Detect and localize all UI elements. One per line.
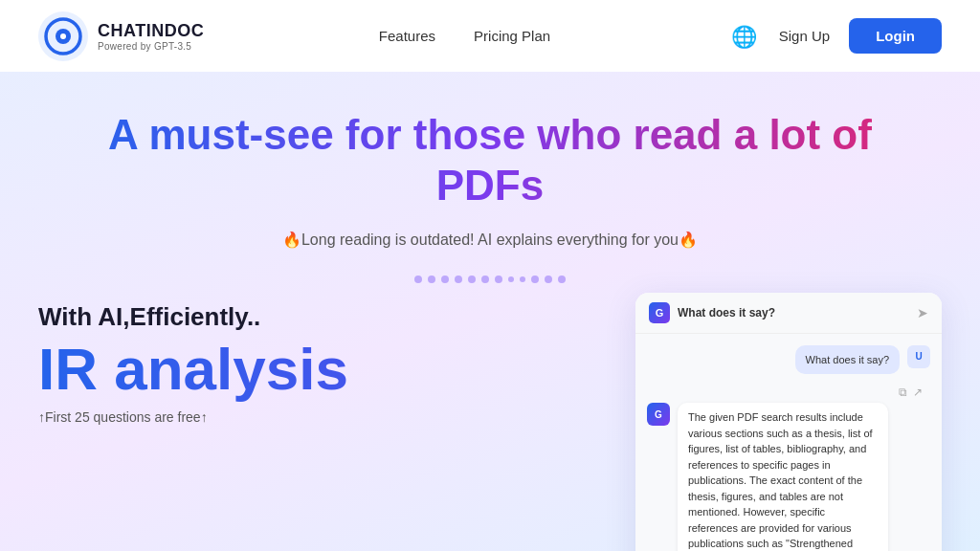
dot-5 bbox=[468, 276, 476, 283]
nav-links: Features Pricing Plan bbox=[379, 28, 550, 44]
dot-11 bbox=[545, 276, 552, 283]
dot-10 bbox=[531, 276, 539, 283]
dot-4 bbox=[455, 276, 462, 283]
chat-messages: What does it say? U ⧉ ↗ G The given PDF … bbox=[635, 334, 942, 551]
chat-header-title: What does it say? bbox=[678, 306, 775, 320]
nav-pricing[interactable]: Pricing Plan bbox=[474, 28, 550, 44]
dot-6 bbox=[481, 276, 489, 283]
logo-area[interactable]: CHATINDOC Powered by GPT-3.5 bbox=[38, 11, 204, 61]
hero-section: A must-see for those who read a lot of P… bbox=[0, 72, 980, 551]
chat-bubble-actions: ⧉ ↗ bbox=[647, 382, 930, 403]
chat-ai-bubble: The given PDF search results include var… bbox=[678, 403, 888, 551]
logo-text: CHATINDOC Powered by GPT-3.5 bbox=[98, 21, 204, 52]
hero-subtitle: 🔥Long reading is outdated! AI explains e… bbox=[282, 231, 698, 249]
copy-icon[interactable]: ⧉ bbox=[899, 386, 907, 399]
dot-9 bbox=[520, 276, 525, 282]
share-icon[interactable]: ↗ bbox=[913, 386, 923, 399]
signup-link[interactable]: Sign Up bbox=[779, 28, 830, 44]
chat-header: G What does it say? ➤ bbox=[635, 293, 942, 334]
navbar: CHATINDOC Powered by GPT-3.5 Features Pr… bbox=[0, 0, 980, 72]
chat-card: G What does it say? ➤ What does it say? … bbox=[635, 293, 942, 551]
dot-7 bbox=[495, 276, 502, 283]
chat-user-msg-row: What does it say? U bbox=[647, 345, 930, 375]
chat-logo-icon: G bbox=[649, 302, 670, 323]
chat-ai-msg-row: G The given PDF search results include v… bbox=[647, 403, 930, 551]
chat-user-bubble: What does it say? bbox=[795, 345, 900, 375]
logo-subtitle: Powered by GPT-3.5 bbox=[98, 41, 204, 52]
logo-icon bbox=[38, 11, 88, 61]
chat-send-icon[interactable]: ➤ bbox=[917, 305, 928, 320]
nav-right: 🌐 Sign Up Login bbox=[725, 18, 942, 54]
dot-3 bbox=[441, 276, 449, 283]
chat-header-left: G What does it say? bbox=[649, 302, 775, 323]
dot-12 bbox=[558, 276, 566, 283]
nav-features[interactable]: Features bbox=[379, 28, 435, 44]
translate-icon[interactable]: 🌐 bbox=[725, 19, 760, 54]
chat-ai-avatar: G bbox=[647, 403, 670, 426]
hero-bottom: With AI,Efficiently.. IR analysis ↑First… bbox=[0, 293, 980, 425]
dot-8 bbox=[508, 276, 514, 282]
svg-text:🌐: 🌐 bbox=[731, 24, 756, 50]
dot-2 bbox=[428, 276, 435, 283]
chat-user-avatar: U bbox=[907, 345, 930, 368]
login-button[interactable]: Login bbox=[849, 18, 942, 54]
svg-point-3 bbox=[60, 33, 66, 39]
dot-1 bbox=[414, 276, 422, 283]
hero-title: A must-see for those who read a lot of P… bbox=[78, 110, 902, 211]
logo-name: CHATINDOC bbox=[98, 21, 204, 41]
hero-dots bbox=[414, 276, 566, 283]
